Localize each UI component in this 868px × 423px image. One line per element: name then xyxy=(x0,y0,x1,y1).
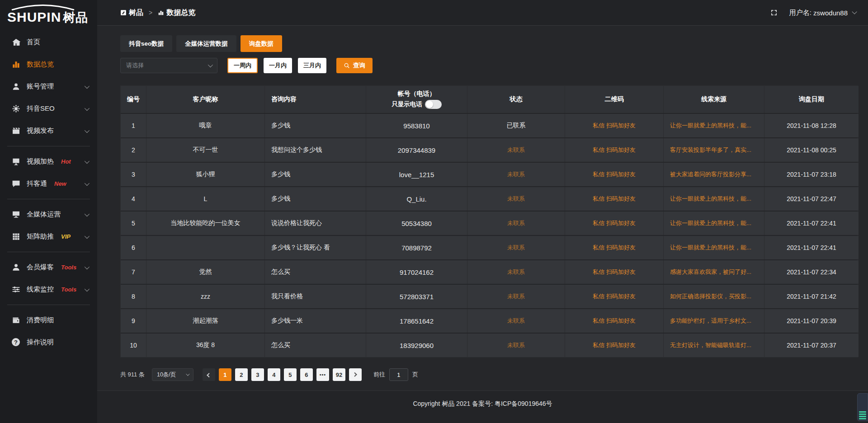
home-icon xyxy=(12,38,20,47)
source-link[interactable]: 让你一眼就爱上的黑科技，能... xyxy=(670,195,751,203)
qr-link[interactable]: 私信 扫码加好友 xyxy=(593,244,636,252)
page-button-2[interactable]: 2 xyxy=(235,368,248,381)
inquiry-date: 2021-11-08 12:28 xyxy=(764,114,859,137)
sidebar-item-expense-detail[interactable]: 消费明细 xyxy=(0,309,97,331)
filter-select[interactable]: 请选择 xyxy=(120,58,217,73)
source-link[interactable]: 如何正确选择投影仪，买投影... xyxy=(670,292,751,301)
sidebar-item-matrix-boost[interactable]: 矩阵助推VIP xyxy=(0,226,97,248)
range-button-1[interactable]: 一月内 xyxy=(264,58,292,73)
tab-0[interactable]: 抖音seo数据 xyxy=(120,35,172,52)
range-button-0[interactable]: 一周内 xyxy=(227,58,258,73)
sidebar-item-video-heat[interactable]: 视频加热Hot xyxy=(0,150,97,173)
inquiry-date: 2021-11-08 00:25 xyxy=(764,138,859,162)
qr-link[interactable]: 私信 扫码加好友 xyxy=(593,292,636,301)
pagination: 共 911 条 10条/页 123456•••92 前往 页 xyxy=(120,368,868,381)
customer-nickname: 当地比较能吃的一位美女 xyxy=(146,212,264,235)
page-button-3[interactable]: 3 xyxy=(251,368,264,381)
search-icon xyxy=(344,62,350,69)
chevron-down-icon xyxy=(85,264,90,269)
query-button[interactable]: 查询 xyxy=(336,58,373,73)
page-button-5[interactable]: 5 xyxy=(284,368,297,381)
qr-link[interactable]: 私信 扫码加好友 xyxy=(593,122,636,130)
qr-link[interactable]: 私信 扫码加好友 xyxy=(593,146,636,154)
source-link[interactable]: 让你一眼就爱上的黑科技，能... xyxy=(670,122,751,130)
source-link[interactable]: 让你一眼就爱上的黑科技，能... xyxy=(670,219,751,227)
status-badge: 未联系 xyxy=(467,212,565,235)
table-body: 1哦章多少钱9583810已联系私信 扫码加好友让你一眼就爱上的黑科技，能...… xyxy=(121,113,858,357)
page-button-4[interactable]: 4 xyxy=(268,368,280,381)
table-row: 8zzz我只看价格572803371未联系私信 扫码加好友如何正确选择投影仪，买… xyxy=(121,284,858,308)
chevron-right-icon xyxy=(353,372,357,376)
page-button-1[interactable]: 1 xyxy=(219,368,231,381)
chevron-down-icon xyxy=(85,158,90,163)
source-link[interactable]: 客厅安装投影半年多了，真实... xyxy=(670,146,751,154)
qr-link[interactable]: 私信 扫码加好友 xyxy=(593,341,636,349)
phone-only-label: 只显示电话 xyxy=(392,100,422,108)
sidebar-item-douyin-seo[interactable]: 抖音SEO xyxy=(0,98,97,120)
source-link[interactable]: 无主灯设计，智能磁吸轨道灯... xyxy=(670,341,751,349)
customer-nickname: zzz xyxy=(146,285,264,308)
tab-1[interactable]: 全媒体运营数据 xyxy=(176,35,236,52)
copyright-text: Copyright 树品 2021 备案号: 粤ICP备09019646号 xyxy=(413,400,552,423)
sidebar-item-member-baoke[interactable]: 会员爆客Tools xyxy=(0,256,97,278)
row-id: 2 xyxy=(121,138,146,162)
row-id: 6 xyxy=(121,236,146,259)
page-button-92[interactable]: 92 xyxy=(333,368,345,381)
page-ellipsis-button[interactable]: ••• xyxy=(316,368,329,381)
total-count: 共 911 条 xyxy=(120,371,145,379)
status-badge: 未联系 xyxy=(467,236,565,259)
inquiry-content: 说说价格让我死心 xyxy=(264,212,366,235)
sidebar-item-data-overview[interactable]: 数据总览 xyxy=(0,53,97,75)
chevron-left-icon xyxy=(207,373,212,377)
username: zswodun88 xyxy=(813,9,848,17)
sidebar-item-leads-monitor[interactable]: 线索监控Tools xyxy=(0,278,97,301)
sidebar-item-douketong[interactable]: 抖客通New xyxy=(0,173,97,195)
data-tabs: 抖音seo数据全媒体运营数据询盘数据 xyxy=(120,35,868,52)
table-row: 6多少钱？让我死心 看70898792未联系私信 扫码加好友让你一眼就爱上的黑科… xyxy=(121,235,858,259)
user-menu[interactable]: 用户名: zswodun88 xyxy=(789,9,855,17)
breadcrumb-item-data-overview[interactable]: 数据总览 xyxy=(158,8,195,18)
tab-2[interactable]: 询盘数据 xyxy=(241,35,282,52)
page-button-6[interactable]: 6 xyxy=(300,368,313,381)
sidebar-item-video-publish[interactable]: 视频发布 xyxy=(0,120,97,142)
page-size-select[interactable]: 10条/页 xyxy=(152,368,193,381)
sidebar-item-account-management[interactable]: 账号管理 xyxy=(0,75,97,98)
inquiry-content: 怎么买 xyxy=(264,260,366,284)
prev-page-button[interactable] xyxy=(203,368,215,381)
chevron-down-icon xyxy=(85,233,90,238)
sidebar-item-help[interactable]: ?操作说明 xyxy=(0,331,97,353)
floating-widget[interactable] xyxy=(857,393,868,421)
qr-link[interactable]: 私信 扫码加好友 xyxy=(593,268,636,276)
row-id: 8 xyxy=(121,285,146,308)
qr-link[interactable]: 私信 扫码加好友 xyxy=(593,195,636,203)
sidebar-item-media-operation[interactable]: 全媒体运营 xyxy=(0,203,97,226)
breadcrumb-item-home[interactable]: 树品 xyxy=(120,8,143,18)
next-page-button[interactable] xyxy=(349,368,362,381)
qr-link[interactable]: 私信 扫码加好友 xyxy=(593,170,636,179)
qr-link[interactable]: 私信 扫码加好友 xyxy=(593,219,636,227)
inquiry-content: 我只看价格 xyxy=(264,285,366,308)
filter-bar: 请选择 一周内一月内三月内 查询 xyxy=(120,58,868,73)
source-link[interactable]: 感谢大家喜欢我家，被问了好... xyxy=(670,268,751,276)
col-header-account: 帐号（电话） 只显示电话 xyxy=(366,86,467,113)
fullscreen-icon[interactable] xyxy=(770,9,778,16)
range-button-2[interactable]: 三月内 xyxy=(298,58,326,73)
goto-page-input[interactable] xyxy=(389,368,408,381)
phone-only-toggle[interactable] xyxy=(425,100,442,109)
sidebar-item-label: 消费明细 xyxy=(27,316,54,324)
chevron-down-icon xyxy=(85,127,90,132)
qr-link[interactable]: 私信 扫码加好友 xyxy=(593,317,636,325)
inquiry-content: 多少钱？让我死心 看 xyxy=(264,236,366,259)
source-link[interactable]: 多功能护栏灯，适用于乡村文... xyxy=(670,317,751,325)
grid-icon xyxy=(12,232,20,241)
row-id: 4 xyxy=(121,187,146,211)
source-link[interactable]: 让你一眼就爱上的黑科技，能... xyxy=(670,244,751,252)
sidebar-item-home[interactable]: 首页 xyxy=(0,31,97,53)
source-link[interactable]: 被大家追着问的客厅投影分享... xyxy=(670,170,751,179)
member-icon xyxy=(12,263,20,272)
table-header-row: 编号 客户昵称 咨询内容 帐号（电话） 只显示电话 状态 二维码 线索来源 询盘… xyxy=(121,86,858,113)
chevron-down-icon xyxy=(85,180,90,185)
sidebar-item-badge: Tools xyxy=(61,264,76,271)
inquiry-date: 2021-11-07 21:42 xyxy=(764,285,859,308)
row-id: 10 xyxy=(121,334,146,357)
